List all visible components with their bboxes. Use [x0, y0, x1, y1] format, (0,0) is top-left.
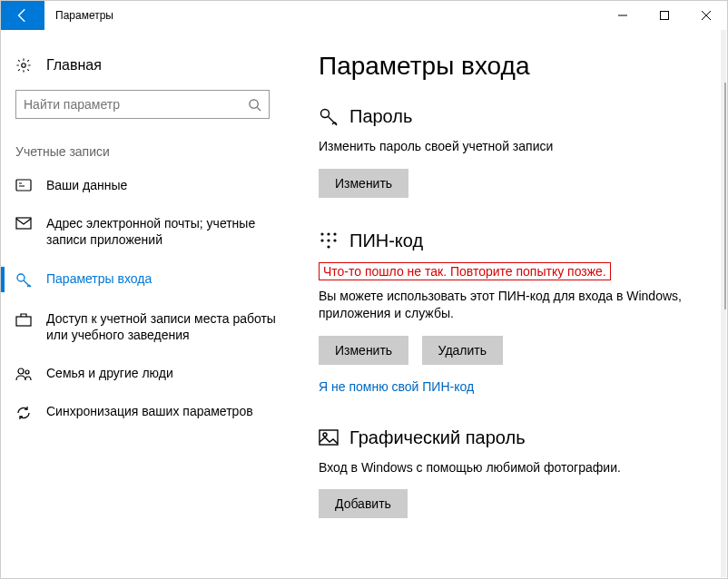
svg-rect-3: [16, 180, 31, 191]
gear-icon: [15, 57, 32, 74]
svg-point-9: [321, 109, 330, 117]
window-title: Параметры: [44, 1, 113, 30]
pin-pad-icon: [319, 231, 339, 250]
pin-error-message: Что-то пошло не так. Повторите попытку п…: [319, 262, 611, 280]
mail-icon: [15, 215, 32, 230]
titlebar: Параметры: [1, 1, 727, 30]
sidebar-item-label: Параметры входа: [46, 270, 277, 287]
minimize-button[interactable]: [602, 1, 644, 30]
password-section: Пароль Изменить пароль своей учетной зап…: [319, 106, 709, 198]
picture-add-button[interactable]: Добавить: [319, 489, 408, 518]
svg-point-11: [327, 232, 330, 235]
sync-icon: [15, 403, 32, 421]
svg-rect-6: [16, 317, 31, 326]
svg-point-10: [320, 232, 323, 235]
svg-rect-17: [320, 430, 338, 445]
search-icon: [248, 98, 261, 112]
password-heading: Пароль: [349, 106, 412, 127]
sidebar-item-your-info[interactable]: Ваши данные: [1, 166, 291, 204]
key-icon: [15, 270, 32, 289]
svg-point-12: [333, 232, 336, 235]
search-input[interactable]: [24, 97, 248, 112]
picture-icon: [319, 429, 339, 446]
svg-point-7: [18, 368, 24, 374]
key-icon: [319, 107, 339, 127]
people-icon: [15, 365, 32, 381]
svg-point-2: [250, 99, 258, 107]
sidebar-item-label: Синхронизация ваших параметров: [46, 403, 277, 419]
sidebar-item-label: Ваши данные: [46, 177, 277, 193]
sidebar-home-label: Главная: [46, 57, 102, 74]
pin-desc: Вы можете использовать этот ПИН-код для …: [319, 288, 709, 323]
main-content: Параметры входа Пароль Изменить пароль с…: [291, 30, 727, 578]
scrollbar-thumb[interactable]: [724, 83, 726, 309]
sidebar-home[interactable]: Главная: [1, 48, 291, 83]
sidebar-item-label: Доступ к учетной записи места работы или…: [46, 310, 277, 343]
svg-point-14: [327, 239, 330, 241]
sidebar-item-label: Семья и другие люди: [46, 365, 277, 381]
svg-rect-4: [16, 218, 31, 229]
pin-heading: ПИН-код: [349, 231, 423, 251]
svg-point-15: [333, 239, 336, 241]
search-box[interactable]: [15, 90, 270, 119]
svg-point-5: [17, 274, 25, 281]
briefcase-icon: [15, 310, 32, 327]
picture-password-section: Графический пароль Вход в Windows с помо…: [319, 427, 709, 519]
page-title: Параметры входа: [319, 52, 709, 81]
password-change-button[interactable]: Изменить: [319, 169, 408, 198]
svg-rect-0: [661, 12, 669, 20]
sidebar: Главная Учетные записи Ваши данные А: [1, 30, 291, 578]
sidebar-item-email-accounts[interactable]: Адрес электронной почты; учетные записи …: [1, 204, 291, 259]
password-desc: Изменить пароль своей учетной записи: [319, 138, 709, 156]
sidebar-item-sign-in-options[interactable]: Параметры входа: [1, 260, 291, 299]
back-button[interactable]: [1, 1, 44, 30]
sidebar-section-label: Учетные записи: [1, 119, 291, 166]
svg-point-16: [327, 245, 330, 248]
sidebar-item-work-access[interactable]: Доступ к учетной записи места работы или…: [1, 299, 291, 354]
svg-point-8: [25, 370, 29, 374]
badge-icon: [15, 177, 32, 191]
pin-change-button[interactable]: Изменить: [319, 336, 408, 365]
svg-point-13: [320, 239, 323, 241]
titlebar-spacer: [113, 1, 602, 30]
sidebar-item-family[interactable]: Семья и другие люди: [1, 354, 291, 392]
svg-point-18: [323, 433, 327, 437]
maximize-button[interactable]: [644, 1, 685, 30]
sidebar-item-sync[interactable]: Синхронизация ваших параметров: [1, 392, 291, 432]
sidebar-item-label: Адрес электронной почты; учетные записи …: [46, 215, 277, 248]
pin-forgot-link[interactable]: Я не помню свой ПИН-код: [319, 379, 474, 394]
pin-delete-button[interactable]: Удалить: [422, 336, 503, 365]
pin-section: ПИН-код Что-то пошло не так. Повторите п…: [319, 231, 709, 395]
picture-heading: Графический пароль: [349, 427, 526, 448]
picture-desc: Вход в Windows с помощью любимой фотогра…: [319, 459, 709, 477]
svg-point-1: [22, 64, 26, 68]
close-button[interactable]: [685, 1, 727, 30]
